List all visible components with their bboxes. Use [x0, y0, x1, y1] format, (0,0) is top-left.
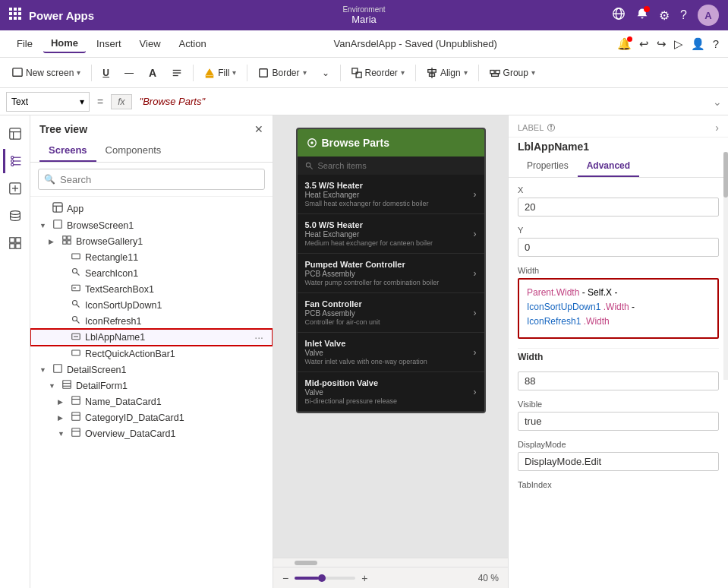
rp-scrollbar[interactable] — [723, 152, 728, 380]
tree-more-button[interactable]: ··· — [254, 331, 263, 343]
rp-field-y-input[interactable] — [518, 238, 719, 257]
reorder-button[interactable]: Reorder ▾ — [345, 65, 411, 81]
canvas-list-item-1[interactable]: 5.0 W/S Heater Heat Exchanger Medium hea… — [298, 214, 484, 254]
menu-action[interactable]: Action — [172, 35, 214, 52]
tree-search-input[interactable] — [38, 169, 265, 190]
tree-icon-rectquickactionbar1 — [70, 348, 82, 359]
menu-file[interactable]: File — [9, 35, 40, 52]
tree-item-browsescreen1[interactable]: ▼ BrowseScreen1 — [30, 217, 273, 233]
share-icon[interactable]: 👤 — [691, 37, 705, 51]
formula-fx-button[interactable]: fx — [111, 94, 131, 109]
align-button[interactable] — [165, 65, 188, 81]
canvas-minus-button[interactable]: − — [282, 572, 288, 584]
menu-insert[interactable]: Insert — [89, 35, 129, 52]
redo-icon[interactable]: ↪ — [657, 37, 667, 51]
tree-item-browsegallery1[interactable]: ▶ BrowseGallery1 — [30, 233, 273, 249]
rp-formula-box[interactable]: Parent.Width - Self.X - IconSortUpDown1 … — [518, 278, 719, 339]
rp-formula-iconrefresh: IconRefresh1 — [527, 316, 581, 327]
tree-item-rectangle11[interactable]: Rectangle11 — [30, 249, 273, 265]
tab-screens[interactable]: Screens — [39, 140, 96, 162]
canvas-zoom-slider[interactable] — [295, 577, 355, 580]
menu-view[interactable]: View — [132, 35, 169, 52]
canvas-list-item-3[interactable]: Fan Controller PCB Assembly Controller f… — [298, 293, 484, 333]
rp-field-width-input[interactable] — [518, 371, 719, 390]
canvas-hscrollbar[interactable] — [273, 558, 508, 567]
fill-button[interactable]: Fill ▾ — [198, 65, 242, 81]
rp-component-name: LblAppName1 — [509, 138, 728, 156]
env-name: Maria — [351, 14, 377, 25]
expand-button[interactable]: ⌄ — [316, 65, 336, 81]
rp-header: LABEL › — [509, 115, 728, 138]
svg-rect-44 — [53, 203, 62, 212]
canvas-search-bar[interactable]: Search items — [298, 156, 484, 175]
canvas-zoom-handle[interactable] — [318, 574, 326, 582]
group-button[interactable]: Group ▾ — [484, 65, 541, 81]
canvas-list-item-4[interactable]: Inlet Valve Valve Water inlet valve with… — [298, 333, 484, 372]
formula-input[interactable] — [135, 94, 710, 109]
menu-home[interactable]: Home — [43, 34, 86, 53]
canvas-scroll[interactable]: Browse Parts Search items 3.5 W/S Heater… — [273, 115, 508, 558]
waffle-icon[interactable] — [9, 8, 21, 23]
tree-item-rectquickactionbar1[interactable]: RectQuickActionBar1 — [30, 346, 273, 362]
avatar[interactable]: A — [698, 5, 719, 26]
tree-label-detailform1: DetailForm1 — [76, 381, 263, 391]
menu-bell[interactable]: 🔔 — [617, 37, 632, 51]
rp-field-tabindex-label: TabIndex — [518, 480, 719, 489]
tree-close-button[interactable]: ✕ — [254, 123, 263, 135]
strikethrough-button[interactable]: — — [118, 65, 140, 81]
rp-field-visible-input[interactable] — [518, 412, 719, 431]
menu-help-icon[interactable]: ? — [713, 37, 719, 50]
tree-item-textsearchbox1[interactable]: TextSearchBox1 — [30, 281, 273, 297]
tree-item-searchicon1[interactable]: SearchIcon1 — [30, 265, 273, 281]
right-panel: LABEL › LblAppName1 Properties Advanced … — [508, 115, 728, 588]
canvas-item-title-4: Inlet Valve — [305, 339, 427, 348]
tree-item-overview-datacard1[interactable]: ▼ Overview_DataCard1 — [30, 425, 273, 441]
rp-tab-advanced[interactable]: Advanced — [578, 156, 639, 177]
sidebar-treeview-icon[interactable] — [3, 149, 27, 173]
canvas-item-info-1: 5.0 W/S Heater Heat Exchanger Medium hea… — [305, 220, 433, 247]
tree-item-iconrefresh1[interactable]: IconRefresh1 — [30, 313, 273, 329]
settings-icon[interactable]: ⚙ — [659, 8, 670, 23]
border-button[interactable]: Border ▾ — [252, 65, 312, 81]
align-btn[interactable]: Align ▾ — [421, 65, 474, 81]
rp-formula-minus1: - Self.X - — [582, 287, 618, 298]
sidebar-insert-icon[interactable] — [3, 176, 27, 201]
rp-tab-properties[interactable]: Properties — [518, 156, 578, 177]
canvas-list-item-5[interactable]: Mid-position Valve Valve Bi-directional … — [298, 372, 484, 412]
underline-button[interactable]: U — [96, 65, 115, 81]
canvas-item-info-4: Inlet Valve Valve Water inlet valve with… — [305, 339, 427, 365]
tree-item-app[interactable]: App — [30, 200, 273, 217]
formula-expand-icon[interactable]: ⌄ — [713, 96, 722, 108]
sidebar-home-icon[interactable] — [3, 122, 27, 146]
tree-item-lblappname1[interactable]: LblAppName1 ··· — [30, 329, 273, 346]
help-icon[interactable]: ? — [680, 8, 687, 22]
rp-scrollbar-thumb[interactable] — [723, 152, 728, 198]
tree-header: Tree view ✕ — [30, 115, 273, 140]
tree-panel: Tree view ✕ Screens Components 🔍 App — [30, 115, 273, 588]
canvas-plus-button[interactable]: + — [361, 572, 367, 584]
sidebar-components-icon[interactable] — [3, 231, 27, 255]
rp-expand-icon[interactable]: › — [715, 122, 719, 134]
canvas-hscroll-thumb[interactable] — [295, 561, 317, 565]
undo-icon[interactable]: ↩ — [639, 37, 649, 51]
play-icon[interactable]: ▷ — [674, 37, 683, 51]
tree-item-iconsortupdown1[interactable]: IconSortUpDown1 — [30, 297, 273, 313]
canvas-list-item-0[interactable]: 3.5 W/S Heater Heat Exchanger Small heat… — [298, 175, 484, 214]
rp-field-x-input[interactable] — [518, 198, 719, 217]
new-screen-button[interactable]: New screen ▾ — [6, 65, 87, 81]
tab-components[interactable]: Components — [96, 140, 171, 162]
svg-line-60 — [77, 321, 80, 324]
tree-item-name-datacard1[interactable]: ▶ Name_DataCard1 — [30, 394, 273, 409]
notification-bell[interactable] — [636, 8, 648, 23]
rp-field-displaymode-input[interactable] — [518, 452, 719, 471]
sidebar-data-icon[interactable] — [3, 204, 27, 228]
canvas-item-cat-4: Valve — [305, 349, 427, 357]
font-size-button[interactable]: A — [143, 64, 162, 82]
svg-rect-8 — [18, 17, 21, 20]
tree-item-categoryid-datacard1[interactable]: ▶ CategoryID_DataCard1 — [30, 409, 273, 425]
tree-item-detailform1[interactable]: ▼ DetailForm1 — [30, 378, 273, 394]
tree-item-detailscreen1[interactable]: ▼ DetailScreen1 — [30, 362, 273, 378]
formula-selector[interactable]: Text ▾ — [6, 92, 90, 112]
canvas-item-chevron-2: › — [474, 268, 477, 279]
canvas-list-item-2[interactable]: Pumped Water Controller PCB Assembly Wat… — [298, 254, 484, 293]
